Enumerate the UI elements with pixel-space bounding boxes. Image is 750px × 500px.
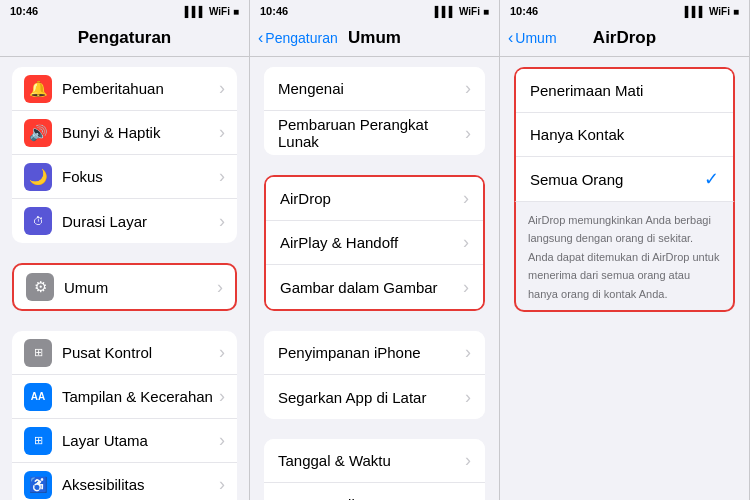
icon-durasi: ⏱ [24,207,52,235]
item-mengenai[interactable]: Mengenai [264,67,485,111]
chevron-segarkan [465,387,471,408]
item-segarkan[interactable]: Segarkan App di Latar [264,375,485,419]
p2-block-3: Penyimpanan iPhone Segarkan App di Latar [250,331,499,419]
icon-bunyi: 🔊 [24,119,52,147]
back-label-2: Pengaturan [265,30,337,46]
label-pembaruan: Pembaruan Perangkat Lunak [278,116,465,150]
section-block-umum-selected: ⚙ Umum [12,263,237,311]
chevron-fokus [219,166,225,187]
item-gambar[interactable]: Gambar dalam Gambar [266,265,483,309]
checkmark-semua-orang: ✓ [704,168,719,190]
status-bar-2: 10:46 ▌▌▌ WiFi ■ [250,0,499,22]
back-label-3: Umum [515,30,556,46]
panel-airdrop: 10:46 ▌▌▌ WiFi ■ ‹ Umum AirDrop Penerima… [500,0,750,500]
chevron-penyimpanan [465,342,471,363]
icon-fokus: 🌙 [24,163,52,191]
p2-block-airdrop: AirDrop AirPlay & Handoff Gambar dalam G… [250,175,499,311]
p2-block-4-inner: Tanggal & Waktu Papan Ketik Font Bahasa … [264,439,485,500]
chevron-airplay [463,232,469,253]
icon-pemberitahuan: 🔔 [24,75,52,103]
panel1-title: Pengaturan [78,28,172,47]
p3-description-text: AirDrop memungkinkan Anda berbagi langsu… [528,214,719,300]
chevron-airdrop [463,188,469,209]
p3-options-wrapper: Penerimaan Mati Hanya Kontak Semua Orang… [500,67,749,312]
panel2-title: Umum [348,28,401,48]
chevron-pemberitahuan [219,78,225,99]
status-bar-3: 10:46 ▌▌▌ WiFi ■ [500,0,749,22]
battery-icon-3: ■ [733,6,739,17]
chevron-aksesibilitas [219,474,225,495]
item-bunyi[interactable]: 🔊 Bunyi & Haptik [12,111,237,155]
label-hanya-kontak: Hanya Kontak [530,126,719,143]
panel-umum: 10:46 ▌▌▌ WiFi ■ ‹ Pengaturan Umum Menge… [250,0,500,500]
item-umum[interactable]: ⚙ Umum [14,265,235,309]
label-airplay: AirPlay & Handoff [280,234,463,251]
chevron-papan [465,494,471,500]
label-penerimaan-mati: Penerimaan Mati [530,82,719,99]
p2-block-1: Mengenai Pembaruan Perangkat Lunak [250,67,499,155]
panel2-list: Mengenai Pembaruan Perangkat Lunak AirDr… [250,57,499,500]
icon-tampilan: AA [24,383,52,411]
label-mengenai: Mengenai [278,80,465,97]
battery-icon-2: ■ [483,6,489,17]
panel3-title: AirDrop [593,28,656,48]
icon-umum: ⚙ [26,273,54,301]
label-semua-orang: Semua Orang [530,171,704,188]
label-layar: Layar Utama [62,432,219,449]
label-aksesibilitas: Aksesibilitas [62,476,219,493]
option-penerimaan-mati[interactable]: Penerimaan Mati [516,69,733,113]
status-bar-1: 10:46 ▌▌▌ WiFi ■ [0,0,249,22]
time-2: 10:46 [260,5,288,17]
panel1-list: 🔔 Pemberitahuan 🔊 Bunyi & Haptik 🌙 Fokus… [0,57,249,500]
item-airdrop[interactable]: AirDrop [266,177,483,221]
option-semua-orang[interactable]: Semua Orang ✓ [516,157,733,201]
signal-icon-2: ▌▌▌ [435,6,456,17]
section-3: ⊞ Pusat Kontrol AA Tampilan & Kecerahan … [0,331,249,500]
item-pemberitahuan[interactable]: 🔔 Pemberitahuan [12,67,237,111]
icon-layar: ⊞ [24,427,52,455]
panel2-back-btn[interactable]: ‹ Pengaturan [258,29,338,47]
item-layar[interactable]: ⊞ Layar Utama [12,419,237,463]
p3-options-block: Penerimaan Mati Hanya Kontak Semua Orang… [514,67,735,201]
section-umum: ⚙ Umum [0,263,249,311]
label-segarkan: Segarkan App di Latar [278,389,465,406]
item-airplay[interactable]: AirPlay & Handoff [266,221,483,265]
label-tanggal: Tanggal & Waktu [278,452,465,469]
panel3-back-btn[interactable]: ‹ Umum [508,29,557,47]
chevron-pusat [219,342,225,363]
label-pusat: Pusat Kontrol [62,344,219,361]
option-hanya-kontak[interactable]: Hanya Kontak [516,113,733,157]
wifi-icon-2: WiFi [459,6,480,17]
item-tanggal[interactable]: Tanggal & Waktu [264,439,485,483]
item-papan[interactable]: Papan Ketik [264,483,485,500]
icon-aksesibilitas: ♿ [24,471,52,499]
section-block-1: 🔔 Pemberitahuan 🔊 Bunyi & Haptik 🌙 Fokus… [12,67,237,243]
wifi-icon-3: WiFi [709,6,730,17]
chevron-durasi [219,211,225,232]
item-tampilan[interactable]: AA Tampilan & Kecerahan [12,375,237,419]
chevron-pembaruan [465,123,471,144]
item-pusat[interactable]: ⊞ Pusat Kontrol [12,331,237,375]
item-durasi[interactable]: ⏱ Durasi Layar [12,199,237,243]
p2-block-1-inner: Mengenai Pembaruan Perangkat Lunak [264,67,485,155]
chevron-mengenai [465,78,471,99]
chevron-gambar [463,277,469,298]
status-icons-2: ▌▌▌ WiFi ■ [435,6,489,17]
item-aksesibilitas[interactable]: ♿ Aksesibilitas [12,463,237,500]
label-airdrop: AirDrop [280,190,463,207]
item-fokus[interactable]: 🌙 Fokus [12,155,237,199]
back-chevron-icon-3: ‹ [508,29,513,47]
label-gambar: Gambar dalam Gambar [280,279,463,296]
item-pembaruan[interactable]: Pembaruan Perangkat Lunak [264,111,485,155]
label-penyimpanan: Penyimpanan iPhone [278,344,465,361]
label-bunyi: Bunyi & Haptik [62,124,219,141]
section-1: 🔔 Pemberitahuan 🔊 Bunyi & Haptik 🌙 Fokus… [0,67,249,243]
status-icons-1: ▌▌▌ WiFi ■ [185,6,239,17]
label-fokus: Fokus [62,168,219,185]
item-penyimpanan[interactable]: Penyimpanan iPhone [264,331,485,375]
p2-block-3-inner: Penyimpanan iPhone Segarkan App di Latar [264,331,485,419]
label-pemberitahuan: Pemberitahuan [62,80,219,97]
signal-icon: ▌▌▌ [185,6,206,17]
label-papan: Papan Ketik [278,496,465,500]
icon-pusat: ⊞ [24,339,52,367]
